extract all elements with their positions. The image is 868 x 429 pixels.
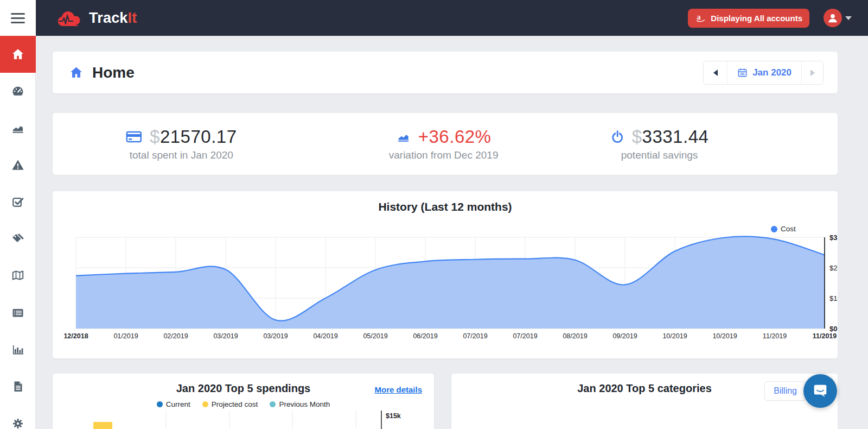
svg-text:a: a — [697, 13, 701, 21]
stat-label: variation from Dec 2019 — [389, 149, 499, 161]
logo-cloud-pulse-icon — [54, 7, 85, 29]
svg-text:$10k: $10k — [829, 294, 838, 302]
history-chart-title: History (Last 12 months) — [53, 200, 838, 213]
svg-text:$31k: $31k — [829, 234, 838, 242]
svg-text:08/2019: 08/2019 — [563, 332, 587, 340]
list-card-icon — [11, 306, 25, 320]
svg-text:07/2019: 07/2019 — [513, 332, 537, 340]
summary-stats-card: $21570.17 total spent in Jan 2020 +36.62… — [53, 113, 838, 175]
stat-label: total spent in Jan 2020 — [130, 149, 233, 161]
gear-icon — [11, 417, 25, 429]
spendings-bar-chart: $15k — [53, 374, 434, 429]
svg-text:09/2019: 09/2019 — [612, 332, 637, 340]
sidebar-item-settings[interactable] — [0, 405, 36, 429]
previous-month-button[interactable] — [704, 61, 727, 84]
svg-text:07/2019: 07/2019 — [463, 332, 487, 340]
svg-text:11/2019: 11/2019 — [813, 332, 837, 340]
sidebar-toggle-area — [0, 0, 36, 36]
svg-text:06/2019: 06/2019 — [413, 332, 437, 340]
sidebar-item-reports[interactable] — [0, 294, 36, 331]
tags-icon — [11, 232, 25, 246]
top5-categories-card: Jan 2020 Top 5 categories Billing — [451, 374, 838, 429]
svg-text:10/2019: 10/2019 — [662, 332, 687, 340]
sidebar-item-usage[interactable] — [0, 110, 36, 147]
sidebar — [0, 36, 36, 429]
warning-triangle-icon — [11, 158, 25, 172]
home-page-icon — [69, 65, 84, 80]
chevron-down-icon — [845, 16, 852, 20]
svg-text:$15k: $15k — [386, 412, 401, 420]
svg-text:04/2019: 04/2019 — [313, 332, 337, 340]
stat-potential-savings: $3331.44 potential savings — [610, 113, 709, 175]
bar-chart-icon — [11, 343, 25, 357]
history-area-chart: $31k$20k$10k$012/201801/201902/201903/20… — [53, 191, 838, 358]
sidebar-item-statistics[interactable] — [0, 331, 36, 368]
sidebar-item-home[interactable] — [0, 36, 36, 73]
navbar-right: a Displaying All accounts — [688, 9, 852, 28]
svg-text:10/2019: 10/2019 — [712, 332, 737, 340]
chat-launcher-button[interactable] — [803, 374, 837, 408]
period-picker-button[interactable]: Jan 2020 — [727, 61, 801, 84]
amazon-icon: a — [695, 12, 706, 24]
accounts-filter-button[interactable]: a Displaying All accounts — [688, 9, 809, 28]
map-icon — [11, 269, 25, 283]
file-text-icon — [11, 380, 25, 394]
sidebar-item-alerts[interactable] — [0, 147, 36, 184]
chat-bubble-icon — [812, 382, 828, 400]
stat-value: +36.62% — [418, 127, 492, 147]
home-icon — [11, 47, 25, 61]
legend-dot-cost — [771, 226, 777, 232]
stat-total-spent: $21570.17 total spent in Jan 2020 — [126, 113, 237, 175]
svg-text:03/2019: 03/2019 — [213, 332, 238, 340]
sidebar-item-dashboard[interactable] — [0, 73, 36, 110]
svg-text:11/2019: 11/2019 — [763, 332, 787, 340]
history-chart-card: History (Last 12 months) Cost $31k$20k$1… — [53, 191, 838, 358]
brand-name: TrackIt — [89, 10, 137, 27]
svg-text:$0: $0 — [829, 325, 837, 333]
gauge-icon — [11, 84, 25, 98]
power-icon — [610, 130, 624, 144]
svg-text:05/2019: 05/2019 — [363, 332, 387, 340]
top5-spendings-card: Jan 2020 Top 5 spendings More details Cu… — [53, 374, 434, 429]
top-navbar: TrackIt a Displaying All accounts — [0, 0, 868, 36]
chevron-left-icon — [713, 70, 718, 76]
next-month-button[interactable] — [801, 61, 823, 84]
user-menu[interactable] — [824, 9, 852, 27]
navbar-main: TrackIt a Displaying All accounts — [36, 0, 868, 36]
breadcrumb: Home — [69, 64, 135, 81]
sidebar-item-tasks[interactable] — [0, 184, 36, 220]
stat-variation: +36.62% variation from Dec 2019 — [389, 113, 499, 175]
sidebar-item-map[interactable] — [0, 257, 36, 294]
stat-label: potential savings — [621, 149, 698, 161]
area-chart-icon — [11, 121, 25, 135]
legend-label-cost: Cost — [781, 225, 796, 233]
page-title: Home — [92, 64, 135, 81]
svg-text:$20k: $20k — [829, 264, 838, 272]
brand-logo[interactable]: TrackIt — [54, 7, 137, 29]
svg-text:01/2019: 01/2019 — [113, 332, 138, 340]
chevron-right-icon — [810, 70, 815, 76]
credit-card-icon — [126, 130, 142, 144]
check-square-icon — [11, 195, 25, 209]
avatar — [824, 9, 842, 27]
period-label: Jan 2020 — [752, 67, 792, 78]
main-content: Home Jan 2020 — [36, 36, 868, 429]
app-root: TrackIt a Displaying All accounts — [0, 0, 868, 429]
stat-value: $3331.44 — [632, 127, 709, 147]
variation-chart-icon — [396, 130, 411, 144]
menu-toggle-button[interactable] — [11, 13, 25, 23]
history-legend: Cost — [771, 225, 796, 233]
period-selector: Jan 2020 — [703, 61, 824, 85]
svg-text:02/2019: 02/2019 — [163, 332, 188, 340]
sidebar-item-tags[interactable] — [0, 220, 36, 257]
svg-text:03/2019: 03/2019 — [263, 332, 288, 340]
stat-value: $21570.17 — [150, 127, 237, 147]
billing-button[interactable]: Billing — [764, 381, 806, 401]
svg-text:12/2018: 12/2018 — [63, 332, 88, 340]
sidebar-item-documents[interactable] — [0, 368, 36, 405]
page-header-card: Home Jan 2020 — [53, 52, 838, 93]
calendar-icon — [737, 67, 748, 78]
